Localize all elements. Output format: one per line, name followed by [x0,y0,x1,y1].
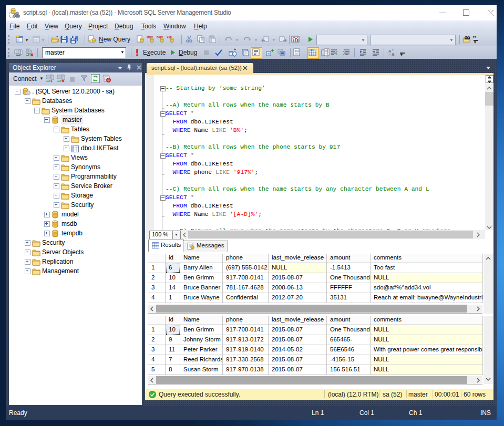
svg-text:A: A [388,49,392,54]
svg-text:101: 101 [310,49,313,51]
svg-text:101: 101 [295,50,300,53]
svg-text:B: B [392,53,395,56]
